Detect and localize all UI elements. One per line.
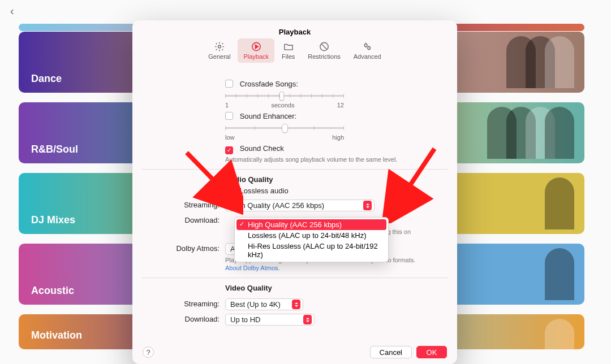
preferences-dialog: Playback General Playback Files Restrict… (132, 20, 457, 364)
artwork (517, 36, 574, 88)
slider-scale: 1 seconds 12 (225, 102, 344, 109)
menu-item-hires[interactable]: Hi-Res Lossless (ALAC up to 24-bit/192 k… (236, 241, 386, 260)
gear-icon (213, 41, 226, 52)
enhancer-label: Sound Enhancer: (240, 112, 296, 120)
artwork (555, 319, 574, 349)
advanced-icon (361, 41, 373, 52)
back-button[interactable]: ‹ (10, 5, 14, 18)
video-quality-heading: Video Quality (225, 284, 448, 292)
soundcheck-checkbox[interactable]: ✓ (225, 146, 233, 154)
select-value: Up to HD (230, 315, 299, 324)
cancel-button[interactable]: Cancel (370, 346, 412, 358)
card-label: Motivation (31, 330, 82, 341)
stepper-icon (363, 201, 372, 210)
streaming-select[interactable]: High Quality (AAC 256 kbps) (225, 200, 375, 211)
dolby-label: Dolby Atmos: (141, 243, 225, 253)
dialog-title: Playback (132, 28, 457, 36)
download-quality-menu: ✓ High Quality (AAC 256 kbps) Lossless (… (234, 217, 389, 262)
svg-point-0 (218, 45, 221, 48)
tab-label: Restrictions (308, 53, 340, 60)
checkmark-icon: ✓ (239, 220, 244, 228)
select-value: High Quality (AAC 256 kbps) (230, 201, 359, 210)
play-icon (250, 41, 263, 52)
menu-item-high-quality[interactable]: ✓ High Quality (AAC 256 kbps) (236, 219, 386, 230)
enhancer-slider[interactable] (225, 123, 344, 133)
stepper-icon (292, 300, 300, 309)
card-label: Dance (31, 73, 62, 85)
audio-quality-heading: Audio Quality (225, 175, 448, 184)
enhancer-checkbox[interactable] (225, 112, 233, 120)
ok-button[interactable]: OK (416, 346, 447, 358)
help-button[interactable]: ? (143, 346, 154, 358)
tab-label: General (208, 53, 230, 60)
tab-files[interactable]: Files (276, 38, 300, 63)
video-download-label: Download: (141, 314, 225, 323)
slider-scale: low high (225, 134, 344, 141)
video-download-select[interactable]: Up to HD (225, 314, 315, 326)
restrict-icon (318, 41, 330, 52)
card-label: DJ Mixes (31, 214, 75, 226)
select-value: Best (Up to 4K) (230, 300, 287, 309)
tab-general[interactable]: General (203, 38, 236, 63)
video-streaming-select[interactable]: Best (Up to 4K) (225, 298, 303, 310)
divider (141, 169, 448, 170)
tab-label: Advanced (354, 53, 381, 60)
dialog-footer: ? Cancel OK (132, 346, 457, 358)
stepper-icon (303, 315, 312, 324)
soundcheck-label: Sound Check (240, 144, 284, 153)
crossfade-label: Crossfade Songs: (240, 80, 298, 88)
folder-icon (282, 41, 295, 52)
artwork (497, 107, 574, 159)
tab-bar: General Playback Files Restrictions Adva… (132, 38, 457, 63)
tab-restrictions[interactable]: Restrictions (302, 38, 346, 63)
soundcheck-help: Automatically adjusts song playback volu… (225, 155, 448, 163)
crossfade-slider[interactable] (225, 90, 344, 101)
menu-item-lossless[interactable]: Lossless (ALAC up to 24-bit/48 kHz) (236, 230, 386, 241)
card-label: Acoustic (31, 285, 74, 297)
svg-point-4 (368, 47, 371, 50)
crossfade-checkbox[interactable] (225, 80, 233, 88)
lossless-label: Lossless audio (240, 187, 289, 195)
download-row-label: Download: (141, 215, 225, 224)
artwork (555, 248, 574, 300)
tab-label: Files (282, 53, 295, 60)
video-streaming-label: Streaming: (141, 298, 225, 308)
dolby-link[interactable]: About Dolby Atmos (225, 265, 278, 271)
tab-playback[interactable]: Playback (238, 38, 274, 63)
tab-advanced[interactable]: Advanced (348, 38, 387, 63)
svg-point-3 (364, 44, 367, 47)
card-label: R&B/Soul (31, 144, 78, 155)
tab-label: Playback (243, 53, 269, 60)
lossless-checkbox[interactable]: ✓ (225, 188, 233, 196)
streaming-row-label: Streaming: (141, 200, 225, 209)
divider (141, 278, 448, 278)
artwork (555, 177, 574, 229)
